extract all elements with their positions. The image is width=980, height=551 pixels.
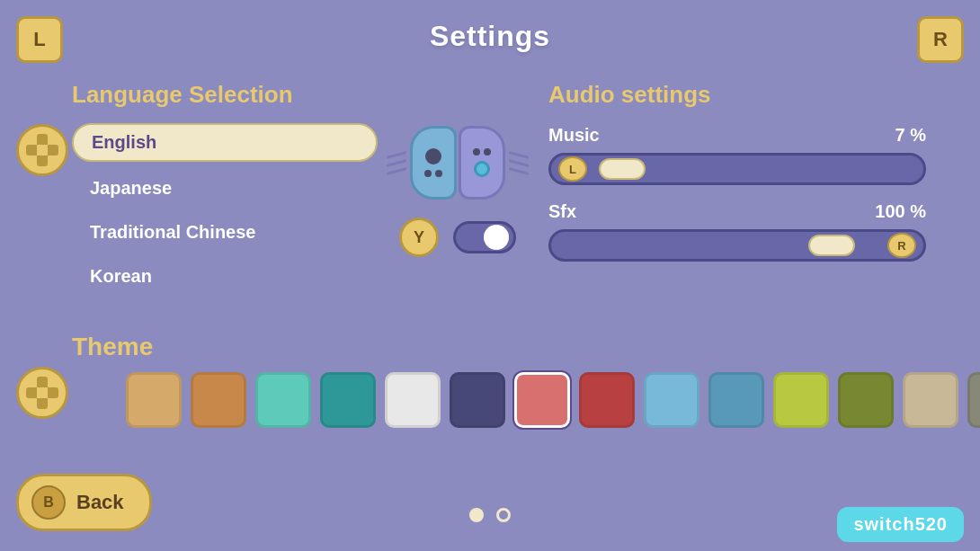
color-swatch-9[interactable] <box>708 372 764 428</box>
language-dpad[interactable] <box>16 124 68 176</box>
music-slider-track[interactable]: L <box>548 153 926 185</box>
language-list: English Japanese Traditional Chinese Kor… <box>72 123 378 294</box>
audio-section: Audio settings Music 7 % L Sfx 100 % R <box>548 81 926 278</box>
color-swatch-5[interactable] <box>450 372 505 428</box>
color-swatch-12[interactable] <box>903 372 958 428</box>
joycon-btn <box>424 170 432 177</box>
sfx-slider-track[interactable]: R <box>548 229 926 262</box>
lang-item-korean[interactable]: Korean <box>72 259 378 294</box>
joycon-btn <box>473 148 480 156</box>
music-control: Music 7 % L <box>548 125 926 185</box>
dpad-center <box>37 145 48 156</box>
music-label: Music <box>548 125 600 146</box>
y-toggle-row: Y <box>399 218 516 257</box>
color-swatch-11[interactable] <box>838 372 894 428</box>
joycon-right <box>459 126 505 200</box>
music-slider-knob[interactable] <box>599 158 646 180</box>
color-swatch-13[interactable] <box>967 372 980 428</box>
sfx-slider-knob[interactable] <box>808 235 855 256</box>
color-swatch-3[interactable] <box>320 372 376 428</box>
joycon-left <box>410 126 457 200</box>
joycon-right-buttons <box>473 148 491 156</box>
language-section-title: Language Selection <box>72 81 378 109</box>
color-swatch-2[interactable] <box>255 372 311 428</box>
sfx-slider-r-btn[interactable]: R <box>887 233 916 258</box>
color-swatch-10[interactable] <box>773 372 829 428</box>
page-title: Settings <box>430 20 550 53</box>
back-label: Back <box>76 491 124 514</box>
color-swatch-4[interactable] <box>385 372 441 428</box>
color-swatch-8[interactable] <box>644 372 699 428</box>
joycon-illustration <box>387 126 529 200</box>
joycon-section: Y <box>387 126 529 257</box>
audio-section-title: Audio settings <box>548 81 926 109</box>
vibration-toggle[interactable] <box>453 221 516 253</box>
back-button[interactable]: B Back <box>16 474 152 531</box>
vib-lines-left <box>387 154 406 173</box>
y-button[interactable]: Y <box>399 218 439 257</box>
vib-line <box>387 167 406 175</box>
lang-item-traditional-chinese[interactable]: Traditional Chinese <box>72 215 378 250</box>
sfx-value: 100 % <box>875 201 926 222</box>
r-button[interactable]: R <box>917 16 964 63</box>
color-swatch-7[interactable] <box>579 372 635 428</box>
vib-line <box>509 151 529 159</box>
page-dot-1 <box>496 508 511 522</box>
toggle-knob <box>484 225 509 250</box>
music-slider-fill <box>592 160 911 178</box>
joycon-left-buttons <box>424 170 442 177</box>
dpad-center <box>37 387 48 398</box>
theme-dpad[interactable] <box>16 367 68 419</box>
page-dot-0 <box>469 508 484 522</box>
vib-line <box>509 167 529 175</box>
color-swatch-1[interactable] <box>191 372 246 428</box>
language-section: Language Selection English Japanese Trad… <box>72 81 378 303</box>
color-swatch-6[interactable] <box>514 372 570 428</box>
sfx-slider-fill <box>558 236 882 254</box>
music-slider-l-btn[interactable]: L <box>558 156 587 182</box>
joycon-right-stick <box>474 161 490 177</box>
vib-line <box>509 159 529 167</box>
sfx-label: Sfx <box>548 201 576 222</box>
sfx-label-row: Sfx 100 % <box>548 201 926 222</box>
joycon-left-stick <box>425 148 441 164</box>
page-dots <box>469 508 511 522</box>
vib-line <box>387 159 406 167</box>
lang-item-japanese[interactable]: Japanese <box>72 171 378 206</box>
color-swatch-0[interactable] <box>126 372 182 428</box>
lang-item-english[interactable]: English <box>72 123 378 162</box>
watermark: switch520 <box>837 507 964 542</box>
vib-lines-right <box>509 154 529 173</box>
l-button[interactable]: L <box>16 16 63 63</box>
joycon-btn <box>484 148 491 156</box>
theme-section-title: Theme <box>72 333 980 361</box>
sfx-control: Sfx 100 % R <box>548 201 926 262</box>
b-button: B <box>31 485 66 520</box>
music-label-row: Music 7 % <box>548 125 926 146</box>
theme-section: Theme <box>72 333 980 428</box>
joycon-btn <box>435 170 442 177</box>
vib-line <box>387 151 406 159</box>
color-swatches <box>126 372 980 428</box>
music-value: 7 % <box>895 125 926 146</box>
joycon-body <box>410 126 505 200</box>
